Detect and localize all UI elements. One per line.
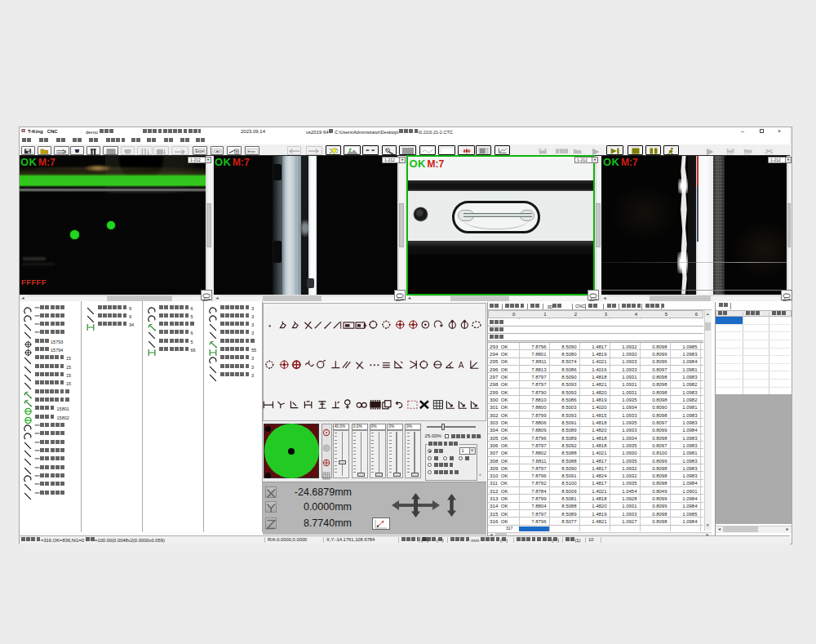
- svg-text:Excel: Excel: [196, 149, 205, 153]
- svg-text:CAD: CAD: [214, 149, 221, 153]
- svg-text:B: B: [236, 149, 238, 153]
- svg-text:Enter: Enter: [248, 149, 256, 153]
- svg-text:A: A: [458, 360, 463, 369]
